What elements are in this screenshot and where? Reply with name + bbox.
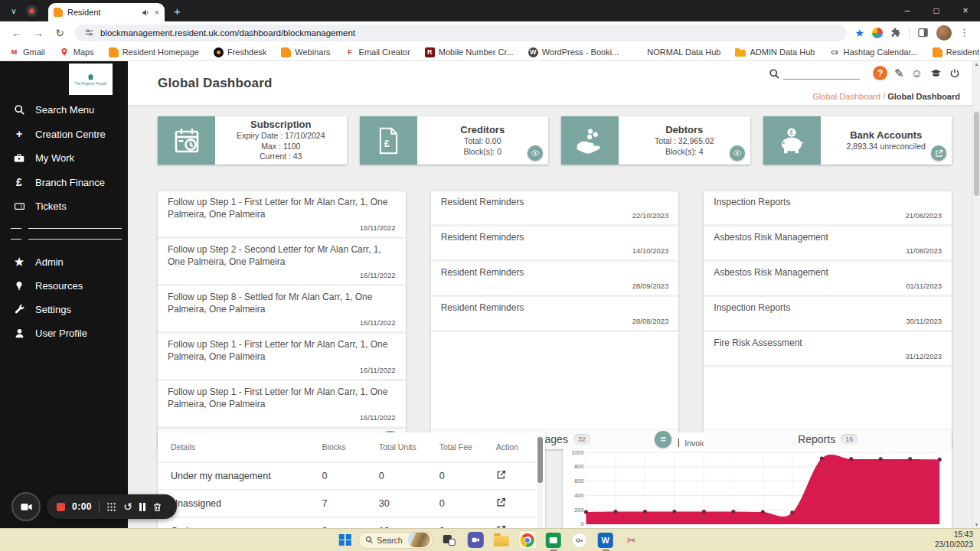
address-bar[interactable]: blockmanagement.resident.uk.com/dashboar… xyxy=(75,24,847,41)
profile-avatar[interactable] xyxy=(936,25,952,41)
bookmark-label: Hashtag Calendar... xyxy=(843,47,917,57)
list-item[interactable]: Follow up Step 1 - First Letter for Mr A… xyxy=(158,381,406,429)
list-item[interactable]: Follow up Step 1 - First Letter for Mr A… xyxy=(158,334,406,381)
page-scrollbar[interactable]: ▲ ▼ xyxy=(972,61,980,528)
svg-text:£: £ xyxy=(384,137,390,148)
bookmark-item[interactable]: Webinars xyxy=(281,47,330,57)
bookmark-item[interactable]: ADMIN Data Hub xyxy=(735,47,815,57)
graduation-cap-icon[interactable] xyxy=(929,68,942,79)
smiley-icon[interactable]: ☺ xyxy=(911,67,923,79)
extensions-puzzle-icon[interactable] xyxy=(890,28,901,38)
list-item[interactable]: Follow up Step 8 - Settled for Mr Alan C… xyxy=(158,286,406,334)
table-header: Total Units xyxy=(366,432,426,462)
bookmark-item[interactable]: RMobile Number Cr... xyxy=(425,47,514,57)
list-item[interactable]: Resident Reminders14/10/2023 xyxy=(431,227,679,262)
panel-menu-button[interactable]: ≡ xyxy=(655,431,671,448)
list-item[interactable]: Follow up Step 1 - First Letter for Mr A… xyxy=(158,191,406,239)
card-action-button[interactable] xyxy=(931,145,946,161)
stop-record-button[interactable] xyxy=(57,503,65,511)
breadcrumb-link[interactable]: Global Dashboard xyxy=(813,92,881,101)
open-row-icon[interactable] xyxy=(496,470,506,480)
scroll-up-icon[interactable]: ▲ xyxy=(973,62,980,67)
sidebar-item-settings[interactable]: Settings xyxy=(0,298,128,321)
list-item[interactable]: Asbestos Risk Management11/08/2023 xyxy=(704,227,952,262)
card-line: Expiry Date : 17/10/2024 xyxy=(237,131,325,142)
delete-record-icon[interactable] xyxy=(152,502,162,512)
google-chat-icon[interactable] xyxy=(544,530,563,549)
bookmark-item[interactable]: Freshdesk xyxy=(214,47,266,57)
snipping-tool-icon[interactable]: ✂ xyxy=(622,530,641,549)
sidebar-item-my-work[interactable]: My Work xyxy=(0,146,128,170)
back-icon[interactable]: ← xyxy=(8,24,26,42)
chrome-icon[interactable] xyxy=(518,530,537,549)
file-explorer-icon[interactable] xyxy=(492,530,511,549)
recorder-camera-button[interactable] xyxy=(11,492,41,521)
new-tab-button[interactable]: + xyxy=(174,5,181,18)
restart-record-icon[interactable]: ↺ xyxy=(123,501,132,512)
card-action-button[interactable] xyxy=(730,145,745,161)
drag-handle-icon[interactable] xyxy=(106,502,116,512)
help-button[interactable]: ? xyxy=(873,66,887,80)
teams-icon[interactable] xyxy=(466,530,485,549)
scroll-down-icon[interactable]: ▼ xyxy=(973,523,980,527)
list-item[interactable]: Resident Reminders22/10/2023 xyxy=(431,191,679,227)
summary-card-subscription: SubscriptionExpiry Date : 17/10/2024Max … xyxy=(158,116,347,165)
bookmark-item[interactable]: WWordPress - Booki... xyxy=(528,47,619,57)
taskbar-search[interactable]: Search xyxy=(358,532,433,549)
global-search-input[interactable] xyxy=(783,67,860,80)
list-item[interactable]: Fire Risk Assessment31/12/2023 xyxy=(704,332,952,367)
word-icon[interactable]: W xyxy=(596,530,615,549)
global-search xyxy=(769,67,860,80)
tab-audio-icon[interactable] xyxy=(142,8,150,17)
list-item[interactable]: Inspection Reports30/11/2023 xyxy=(704,297,952,332)
bookmark-item[interactable]: MGmail xyxy=(9,47,45,57)
authenticator-key-icon[interactable] xyxy=(570,530,589,549)
list-item[interactable]: Follow up Step 2 - Second Letter for Mr … xyxy=(158,239,406,286)
window-minimize-button[interactable]: – xyxy=(893,0,922,21)
bulb-icon xyxy=(11,280,27,292)
browser-menu-icon[interactable]: ⋮ xyxy=(959,27,969,38)
table-header: Details xyxy=(158,432,309,462)
bookmark-star-icon[interactable]: ★ xyxy=(854,27,864,39)
company-logo[interactable]: The Property People xyxy=(69,64,113,95)
sidebar-item-tickets[interactable]: Tickets xyxy=(0,194,128,218)
table-scrollbar[interactable] xyxy=(537,435,543,528)
reload-icon[interactable]: ↻ xyxy=(51,24,69,42)
tab-search-chevron-icon[interactable]: ∨ xyxy=(8,7,20,15)
window-restore-button[interactable]: □ xyxy=(922,0,951,21)
sidebar-item-admin[interactable]: ★Admin xyxy=(0,249,128,274)
bookmark-item[interactable]: C3Hashtag Calendar... xyxy=(829,47,917,57)
sidebar-item-creation-centre[interactable]: +Creation Centre xyxy=(0,122,128,146)
sidebar-item-user-profile[interactable]: User Profile xyxy=(0,321,128,345)
sidebar-item-branch-finance[interactable]: £Branch Finance xyxy=(0,170,128,194)
pause-record-icon[interactable] xyxy=(139,503,146,511)
scrollbar-thumb[interactable] xyxy=(974,112,979,196)
power-icon[interactable] xyxy=(949,68,960,79)
table-row: Unassigned7300 xyxy=(158,490,536,517)
side-panel-icon[interactable] xyxy=(917,27,929,38)
bookmark-item[interactable]: Resident Homepage xyxy=(109,47,199,57)
bookmark-item[interactable]: Resident WEBSITE xyxy=(933,47,980,57)
tab-close-icon[interactable]: × xyxy=(155,8,159,17)
browser-tab[interactable]: Resident × xyxy=(48,3,165,21)
list-item[interactable]: Asbestos Risk Management01/11/2023 xyxy=(704,262,952,297)
pencil-icon[interactable]: ✎ xyxy=(894,67,904,79)
bookmark-item[interactable]: NORMAL Data Hub xyxy=(633,47,720,57)
open-row-icon[interactable] xyxy=(496,497,506,507)
taskbar-clock[interactable]: 15:43 23/10/2023 xyxy=(935,529,973,551)
bookmark-item[interactable]: FEmail Creator xyxy=(345,47,410,57)
window-close-button[interactable]: × xyxy=(951,0,980,21)
search-icon[interactable] xyxy=(769,68,780,80)
task-view-button[interactable] xyxy=(439,530,459,549)
bookmark-item[interactable]: Maps xyxy=(60,47,94,57)
card-action-button[interactable] xyxy=(528,145,543,161)
windows-start-button[interactable] xyxy=(339,534,351,546)
list-item[interactable]: Inspection Reports21/06/2023 xyxy=(704,191,952,227)
sidebar-item-resources[interactable]: Resources xyxy=(0,274,128,298)
extension-pinwheel-icon[interactable] xyxy=(872,28,883,38)
list-item[interactable]: Resident Reminders28/09/2023 xyxy=(431,262,679,297)
forward-icon[interactable]: → xyxy=(29,24,47,42)
site-settings-icon[interactable] xyxy=(84,28,94,37)
sidebar-item-search-menu[interactable]: Search Menu xyxy=(0,98,128,122)
list-item[interactable]: Resident Reminders28/08/2023 xyxy=(431,297,679,332)
